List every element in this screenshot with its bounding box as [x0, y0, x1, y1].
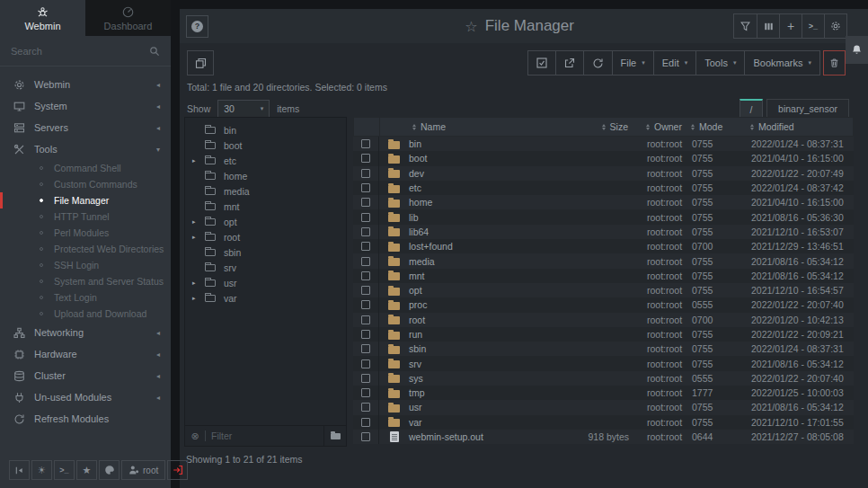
file-name[interactable]: lost+found [409, 239, 588, 253]
file-name[interactable]: run [409, 327, 588, 342]
table-row[interactable]: var root:root 0755 2021/12/10 - 17:01:55 [353, 415, 854, 430]
expand-arrow-icon[interactable]: ▸ [192, 295, 203, 302]
terminal-button[interactable]: >_ [54, 460, 75, 480]
row-checkbox[interactable] [361, 403, 370, 412]
row-checkbox[interactable] [361, 242, 370, 251]
row-checkbox[interactable] [361, 183, 370, 192]
sidebar-item-networking[interactable]: Networking ◂ [0, 322, 171, 343]
row-checkbox[interactable] [361, 300, 370, 309]
table-row[interactable]: webmin-setup.out 918 bytes root:root 064… [353, 430, 854, 444]
table-row[interactable]: bin root:root 0755 2022/01/24 - 08:37:31 [353, 137, 854, 151]
favorite-star-icon[interactable]: ☆ [465, 18, 477, 35]
sidebar-item-perl-modules[interactable]: Perl Modules [0, 225, 171, 241]
column-header-owner[interactable]: Owner [637, 118, 691, 136]
file-name[interactable]: lib [409, 209, 588, 224]
bookmarks-menu-button[interactable]: Bookmarks▾ [744, 51, 819, 75]
expand-arrow-icon[interactable]: ▸ [192, 157, 203, 164]
row-checkbox[interactable] [361, 330, 370, 339]
file-name[interactable]: webmin-setup.out [409, 430, 588, 444]
expand-arrow-icon[interactable]: ▸ [192, 218, 203, 226]
row-checkbox[interactable] [361, 418, 370, 427]
table-row[interactable]: tmp root:root 1777 2022/01/25 - 10:00:03 [353, 386, 854, 400]
file-name[interactable]: bin [409, 137, 588, 151]
row-checkbox[interactable] [361, 388, 370, 397]
theme-toggle-button[interactable]: ☀ [31, 460, 52, 480]
sidebar-item-tools[interactable]: Tools ▾ [0, 138, 171, 160]
column-header-modified[interactable]: Modified [738, 118, 853, 136]
table-row[interactable]: mnt root:root 0755 2021/08/16 - 05:34:12 [353, 269, 854, 283]
table-row[interactable]: run root:root 0755 2022/01/22 - 20:09:21 [353, 327, 854, 342]
sidebar-item-un-used-modules[interactable]: Un-used Modules ◂ [0, 386, 171, 408]
tree-item-boot[interactable]: boot [185, 138, 346, 153]
sidebar-item-refresh-modules[interactable]: Refresh Modules [0, 408, 171, 430]
row-checkbox[interactable] [361, 154, 370, 163]
file-name[interactable]: tmp [409, 386, 588, 400]
column-header-size[interactable]: Size [587, 118, 637, 136]
terminal-button[interactable]: >_ [802, 14, 824, 38]
sidebar-item-system[interactable]: System ◂ [0, 95, 171, 117]
file-menu-button[interactable]: File▾ [612, 51, 653, 75]
row-checkbox[interactable] [361, 374, 370, 383]
file-name[interactable]: media [409, 253, 588, 268]
search-input[interactable] [11, 46, 149, 57]
tree-item-srv[interactable]: srv [185, 260, 346, 275]
table-row[interactable]: opt root:root 0755 2021/12/10 - 16:54:57 [353, 283, 854, 297]
sidebar-item-hardware[interactable]: Hardware ◂ [0, 343, 171, 365]
sidebar-item-http-tunnel[interactable]: HTTP Tunnel [0, 209, 171, 225]
settings-button[interactable] [824, 14, 846, 38]
row-checkbox[interactable] [361, 169, 370, 178]
table-row[interactable]: lib root:root 0755 2021/08/16 - 05:36:30 [353, 209, 854, 224]
table-row[interactable]: sbin root:root 0755 2022/01/24 - 08:37:3… [353, 342, 854, 356]
tree-item-mnt[interactable]: mnt [185, 199, 346, 214]
file-name[interactable]: sys [409, 371, 588, 386]
breadcrumb-current[interactable]: binary_sensor [766, 99, 849, 119]
edit-menu-button[interactable]: Edit▾ [653, 51, 695, 75]
table-row[interactable]: sys root:root 0555 2022/01/22 - 20:07:40 [353, 371, 854, 386]
tree-item-sbin[interactable]: sbin [185, 244, 346, 260]
columns-button[interactable] [757, 14, 779, 38]
table-row[interactable]: media root:root 0755 2021/08/16 - 05:34:… [353, 253, 854, 268]
table-row[interactable]: usr root:root 0755 2021/08/16 - 05:34:12 [353, 400, 854, 414]
sidebar-item-text-login[interactable]: Text Login [0, 289, 171, 306]
tab-dashboard[interactable]: Dashboard [85, 0, 171, 36]
tree-filter-input[interactable] [206, 430, 323, 441]
user-button[interactable]: root [121, 460, 165, 480]
tree-item-media[interactable]: media [185, 183, 346, 199]
row-checkbox[interactable] [361, 213, 370, 222]
sidebar-item-servers[interactable]: Servers ◂ [0, 117, 171, 138]
column-header-mode[interactable]: Mode [691, 118, 738, 136]
expand-arrow-icon[interactable]: ▸ [192, 234, 203, 241]
file-name[interactable]: home [409, 195, 588, 209]
tree-item-root[interactable]: ▸ root [185, 229, 346, 244]
file-name[interactable]: mnt [409, 269, 588, 283]
file-name[interactable]: boot [409, 151, 588, 165]
row-checkbox[interactable] [361, 359, 370, 368]
row-checkbox[interactable] [361, 286, 370, 295]
sidebar-item-system-and-server-status[interactable]: System and Server Status [0, 273, 171, 289]
file-name[interactable]: root [409, 313, 588, 327]
tree-folder-button[interactable] [323, 426, 346, 446]
clone-window-button[interactable] [187, 50, 214, 75]
favorites-button[interactable]: ★ [76, 460, 97, 480]
file-name[interactable]: lib64 [409, 225, 588, 239]
table-row[interactable]: dev root:root 0755 2022/01/22 - 20:07:49 [353, 166, 854, 181]
row-checkbox[interactable] [361, 257, 370, 266]
tree-item-var[interactable]: ▸ var [185, 290, 346, 306]
tab-webmin[interactable]: Webmin [0, 0, 85, 36]
table-row[interactable]: lib64 root:root 0755 2021/12/10 - 16:53:… [353, 225, 854, 239]
sidebar-item-ssh-login[interactable]: SSH Login [0, 257, 171, 273]
expand-arrow-icon[interactable]: ▸ [192, 279, 203, 287]
delete-button[interactable] [823, 50, 846, 75]
sidebar-item-protected-web-directories[interactable]: Protected Web Directories [0, 241, 171, 257]
file-name[interactable]: opt [409, 283, 588, 297]
tree-item-usr[interactable]: ▸ usr [185, 275, 346, 290]
file-name[interactable]: srv [409, 356, 588, 370]
logout-button[interactable] [167, 460, 188, 480]
file-name[interactable]: usr [409, 400, 588, 414]
clear-filter-icon[interactable]: ⊗ [185, 430, 205, 442]
tree-item-home[interactable]: home [185, 168, 346, 183]
tree-item-bin[interactable]: bin [185, 122, 346, 138]
table-row[interactable]: proc root:root 0555 2022/01/22 - 20:07:4… [353, 297, 854, 312]
file-name[interactable]: sbin [409, 342, 588, 356]
sidebar-item-webmin[interactable]: Webmin ◂ [0, 74, 171, 95]
